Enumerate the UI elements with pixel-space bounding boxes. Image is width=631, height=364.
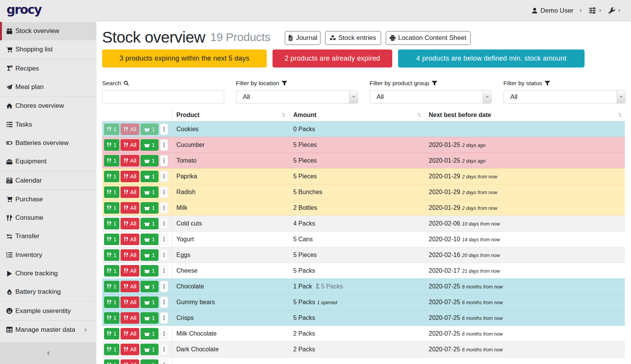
open-one-button[interactable]: 1: [140, 155, 159, 166]
product-cell[interactable]: Cold cuts: [172, 216, 289, 231]
sidebar-item-equipment[interactable]: Equipment: [0, 152, 96, 171]
sidebar-item-chore-tracking[interactable]: Chore tracking: [0, 264, 96, 283]
row-menu-button[interactable]: [160, 344, 168, 355]
row-menu-button[interactable]: [160, 359, 168, 364]
open-one-button[interactable]: 1: [140, 124, 159, 135]
consume-one-button[interactable]: 1: [104, 124, 119, 135]
consume-one-button[interactable]: 1: [104, 218, 119, 229]
row-menu-button[interactable]: [160, 202, 168, 214]
sidebar-item-recipes[interactable]: Recipes: [0, 59, 96, 78]
product-cell[interactable]: Yogurt: [172, 231, 289, 247]
consume-all-button[interactable]: All: [121, 202, 139, 214]
row-menu-button[interactable]: [160, 186, 168, 198]
banner-danger[interactable]: 2 products are already expired: [273, 49, 392, 68]
admin-menu[interactable]: [608, 7, 621, 14]
row-menu-button[interactable]: [160, 296, 168, 308]
consume-all-button[interactable]: All: [121, 139, 139, 151]
sidebar-item-calendar[interactable]: Calendar: [0, 171, 96, 189]
sidebar-item-consume[interactable]: Consume: [0, 209, 96, 227]
row-menu-button[interactable]: [160, 155, 168, 166]
consume-all-button[interactable]: All: [121, 328, 139, 339]
column-header-amount[interactable]: Amount: [289, 109, 424, 121]
consume-one-button[interactable]: 1: [104, 312, 119, 324]
column-header-product[interactable]: Product: [172, 109, 289, 121]
open-one-button[interactable]: 1: [140, 186, 159, 198]
open-one-button[interactable]: 1: [140, 171, 159, 182]
product-cell[interactable]: Paprika: [172, 168, 289, 184]
filter-by-product-group-select[interactable]: All: [370, 90, 492, 104]
consume-all-button[interactable]: All: [121, 344, 139, 355]
open-one-button[interactable]: 1: [140, 139, 159, 151]
product-cell[interactable]: Cheese: [172, 263, 289, 278]
product-cell[interactable]: Gummy bears: [172, 294, 289, 310]
consume-all-button[interactable]: All: [121, 171, 139, 182]
open-one-button[interactable]: 1: [140, 249, 159, 261]
settings-menu[interactable]: [589, 7, 602, 14]
product-cell[interactable]: [172, 357, 289, 364]
product-cell[interactable]: Milk: [172, 200, 289, 216]
open-one-button[interactable]: 1: [140, 344, 159, 355]
consume-one-button[interactable]: 1: [104, 171, 119, 182]
sidebar-item-meal-plan[interactable]: Meal plan: [0, 78, 96, 96]
sidebar-item-inventory[interactable]: Inventory: [0, 246, 96, 264]
column-header-next-best-before-date[interactable]: Next best before date: [424, 109, 625, 121]
sidebar-item-manage-master-data[interactable]: Manage master data: [0, 321, 96, 339]
consume-all-button[interactable]: All: [121, 234, 139, 245]
open-one-button[interactable]: 1: [140, 218, 159, 229]
consume-one-button[interactable]: 1: [104, 296, 119, 308]
consume-all-button[interactable]: All: [121, 249, 139, 261]
consume-all-button[interactable]: All: [121, 155, 139, 166]
product-cell[interactable]: Milk Chocolate: [172, 326, 289, 341]
product-cell[interactable]: Tomato: [172, 153, 289, 168]
row-menu-button[interactable]: [160, 218, 168, 229]
consume-one-button[interactable]: 1: [104, 281, 119, 292]
search-input[interactable]: [102, 90, 224, 104]
open-one-button[interactable]: 1: [140, 312, 159, 324]
row-menu-button[interactable]: [160, 312, 168, 324]
consume-one-button[interactable]: 1: [104, 139, 119, 151]
sidebar-item-batteries-overview[interactable]: Batteries overview: [0, 134, 96, 152]
consume-all-button[interactable]: All: [121, 186, 139, 198]
consume-one-button[interactable]: 1: [104, 344, 119, 355]
consume-all-button[interactable]: All: [121, 124, 139, 135]
row-menu-button[interactable]: [160, 234, 168, 245]
consume-one-button[interactable]: 1: [104, 265, 119, 277]
row-menu-button[interactable]: [160, 249, 168, 261]
consume-one-button[interactable]: 1: [104, 359, 119, 364]
consume-one-button[interactable]: 1: [104, 328, 119, 339]
user-menu[interactable]: Demo User: [532, 7, 583, 15]
banner-info[interactable]: 4 products are below defined min. stock …: [398, 49, 585, 68]
sidebar-collapse-button[interactable]: [0, 342, 96, 364]
row-menu-button[interactable]: [160, 265, 168, 277]
row-menu-button[interactable]: [160, 124, 168, 135]
product-cell[interactable]: Chocolate: [172, 278, 289, 294]
open-one-button[interactable]: 1: [140, 234, 159, 245]
consume-one-button[interactable]: 1: [104, 186, 119, 198]
open-one-button[interactable]: 1: [140, 265, 159, 277]
stock-entries-button[interactable]: Stock entries: [325, 31, 381, 45]
consume-one-button[interactable]: 1: [104, 202, 119, 214]
open-one-button[interactable]: 1: [140, 281, 159, 292]
grocy-logo[interactable]: grocy: [7, 3, 41, 18]
product-cell[interactable]: Radish: [172, 184, 289, 200]
sidebar-item-stock-overview[interactable]: Stock overview: [0, 22, 96, 40]
row-menu-button[interactable]: [160, 171, 168, 182]
row-menu-button[interactable]: [160, 281, 168, 292]
consume-all-button[interactable]: All: [121, 359, 139, 364]
open-one-button[interactable]: 1: [140, 328, 159, 339]
consume-all-button[interactable]: All: [121, 312, 139, 324]
row-menu-button[interactable]: [160, 139, 168, 151]
filter-by-location-select[interactable]: All: [236, 90, 358, 104]
open-one-button[interactable]: 1: [140, 359, 159, 364]
product-cell[interactable]: Crisps: [172, 310, 289, 326]
sidebar-item-tasks[interactable]: Tasks: [0, 115, 96, 133]
consume-all-button[interactable]: All: [121, 296, 139, 308]
open-one-button[interactable]: 1: [140, 296, 159, 308]
sidebar-item-shopping-list[interactable]: Shopping list: [0, 40, 96, 59]
filter-by-status-select[interactable]: All: [504, 90, 626, 104]
consume-all-button[interactable]: All: [121, 265, 139, 277]
product-cell[interactable]: Dark Chocolate: [172, 341, 289, 357]
consume-one-button[interactable]: 1: [104, 234, 119, 245]
sidebar-item-example-userentity[interactable]: Example userentity: [0, 301, 96, 320]
product-cell[interactable]: Cookies: [172, 121, 289, 137]
